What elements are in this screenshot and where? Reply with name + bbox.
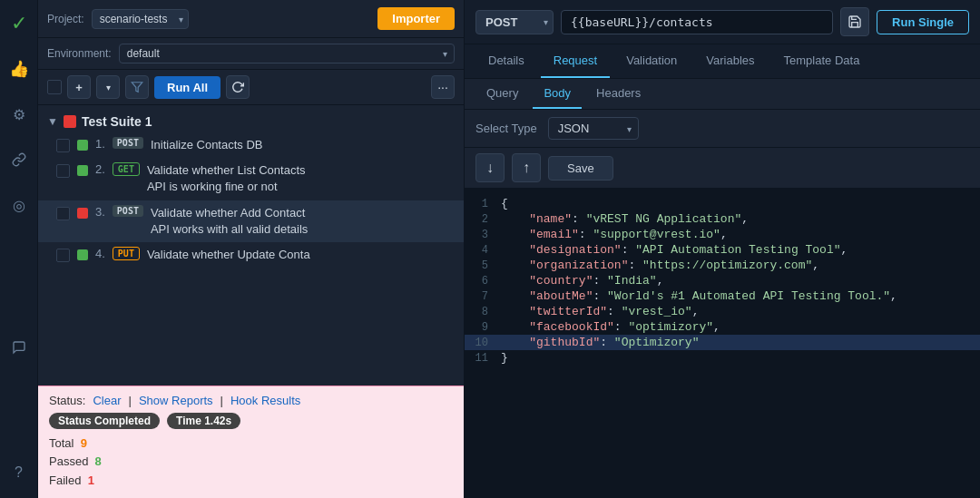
failed-value: 1 [88,474,94,487]
filter-button[interactable] [125,75,149,99]
check-icon[interactable]: ✓ [5,9,34,38]
method-badge: POST [113,137,143,149]
test-status-icon [77,165,88,176]
sub-tab-headers[interactable]: Headers [585,79,652,109]
project-label: Project: [47,13,84,25]
project-bar: Project: scenario-tests Importer [38,0,464,38]
hook-results-link[interactable]: Hook Results [230,394,300,407]
code-line: 6 "country": "India", [465,273,980,288]
right-panel: POST GET PUT DELETE Run Single Details R… [465,0,980,498]
failed-label: Failed [49,474,81,487]
save-icon-button[interactable] [840,7,869,36]
code-editor[interactable]: 1 { 2 "name": "vREST NG Application", 3 … [465,189,980,498]
test-number: 1. [95,137,105,151]
test-checkbox[interactable] [56,164,70,178]
passed-value: 8 [95,454,102,468]
request-bar: POST GET PUT DELETE Run Single [465,0,980,44]
test-item[interactable]: 2. GET Validate whether List ContactsAPI… [38,158,464,200]
select-all-checkbox[interactable] [47,80,62,94]
test-checkbox[interactable] [56,139,70,152]
env-bar: Environment: default [38,38,464,70]
test-status-icon [77,140,88,151]
test-item[interactable]: 4. PUT Validate whether Update Conta [38,242,464,268]
body-area: Select Type JSON XML Text Form ↓ ↑ Save … [465,110,980,498]
save-button[interactable]: Save [548,156,613,181]
code-line: 9 "facebookId": "optimizory", [465,319,980,335]
select-type-row: Select Type JSON XML Text Form [465,110,980,148]
thumb-up-icon[interactable]: 👍 [5,54,34,83]
show-reports-link[interactable]: Show Reports [139,394,213,407]
suite-header[interactable]: ▼ Test Suite 1 [38,111,464,132]
gear-icon[interactable]: ⚙ [5,100,34,129]
code-line: 7 "aboutMe": "World's #1 Automated API T… [465,288,980,304]
tab-details[interactable]: Details [475,44,537,78]
test-name: Initialize Contacts DB [151,137,263,153]
env-select[interactable]: default [119,44,455,63]
action-row: ↓ ↑ Save [465,148,980,189]
tab-variables[interactable]: Variables [693,44,767,78]
tab-bar: Details Request Validation Variables Tem… [465,44,980,79]
env-label: Environment: [47,47,112,60]
url-input[interactable] [561,10,833,34]
arrow-down-button[interactable]: ↓ [475,153,505,182]
arrow-up-button[interactable]: ↑ [512,153,541,182]
tab-template-data[interactable]: Template Data [771,44,873,78]
total-value: 9 [81,436,87,450]
eye-icon[interactable]: ◎ [5,190,34,220]
test-list: ▼ Test Suite 1 1. POST Initialize Contac… [38,105,464,386]
importer-button[interactable]: Importer [377,7,455,30]
code-line: 4 "designation": "API Automation Testing… [465,242,980,258]
refresh-button[interactable] [226,75,250,99]
code-line: 5 "organization": "https://optimizory.co… [465,258,980,273]
method-badge: POST [113,205,143,217]
test-status-icon [77,208,88,219]
test-checkbox[interactable] [56,207,70,220]
more-options-button[interactable]: ··· [431,75,455,99]
code-line: 3 "email": "support@vrest.io", [465,227,980,242]
time-badge: Time 1.42s [167,413,240,429]
total-label: Total [49,436,74,450]
tab-request[interactable]: Request [541,44,610,78]
method-select-wrap: POST GET PUT DELETE [475,10,554,34]
tab-validation[interactable]: Validation [613,44,690,78]
method-badge: GET [113,162,140,176]
help-icon[interactable]: ? [5,458,34,487]
test-name: Validate whether Update Conta [147,247,310,263]
sub-tab-body[interactable]: Body [533,79,582,109]
test-number: 4. [95,247,105,260]
code-line: 1 { [465,196,980,211]
passed-label: Passed [49,454,88,468]
run-single-button[interactable]: Run Single [877,10,969,34]
method-select[interactable]: POST GET PUT DELETE [475,10,554,34]
test-name: Validate whether Add ContactAPI works wi… [151,205,308,238]
env-select-wrap: default [119,44,455,63]
test-number: 2. [95,162,105,176]
type-select[interactable]: JSON XML Text Form [548,117,639,140]
clear-link[interactable]: Clear [93,394,121,407]
code-line: 11 } [465,350,980,366]
status-completed-badge: Status Completed [49,413,160,429]
add-button[interactable]: + [67,75,91,99]
left-panel: Project: scenario-tests Importer Environ… [38,0,465,498]
sub-tab-query[interactable]: Query [475,79,529,109]
chat-icon[interactable] [5,333,34,362]
sidebar-icons: ✓ 👍 ⚙ ◎ ? [0,0,38,498]
test-item[interactable]: 1. POST Initialize Contacts DB [38,132,464,158]
test-number: 3. [95,205,105,219]
suite-arrow-icon: ▼ [47,115,58,128]
project-select-wrap: scenario-tests [92,9,189,29]
test-item[interactable]: 3. POST Validate whether Add ContactAPI … [38,200,464,242]
dropdown-arrow[interactable]: ▾ [96,75,120,99]
run-all-button[interactable]: Run All [154,76,220,99]
link-icon[interactable] [5,145,34,174]
test-name: Validate whether List ContactsAPI is wor… [147,162,306,195]
test-checkbox[interactable] [56,249,70,262]
status-bar-top: Status: Clear | Show Reports | Hook Resu… [49,394,453,407]
suite-title: Test Suite 1 [82,114,152,129]
code-line: 8 "twitterId": "vrest_io", [465,304,980,319]
project-select[interactable]: scenario-tests [92,9,189,29]
svg-marker-0 [132,83,142,93]
sub-tab-bar: Query Body Headers [465,79,980,110]
toolbar: + ▾ Run All ··· [38,70,464,105]
code-line: 10 "githubId": "Optimizory" [465,335,980,350]
